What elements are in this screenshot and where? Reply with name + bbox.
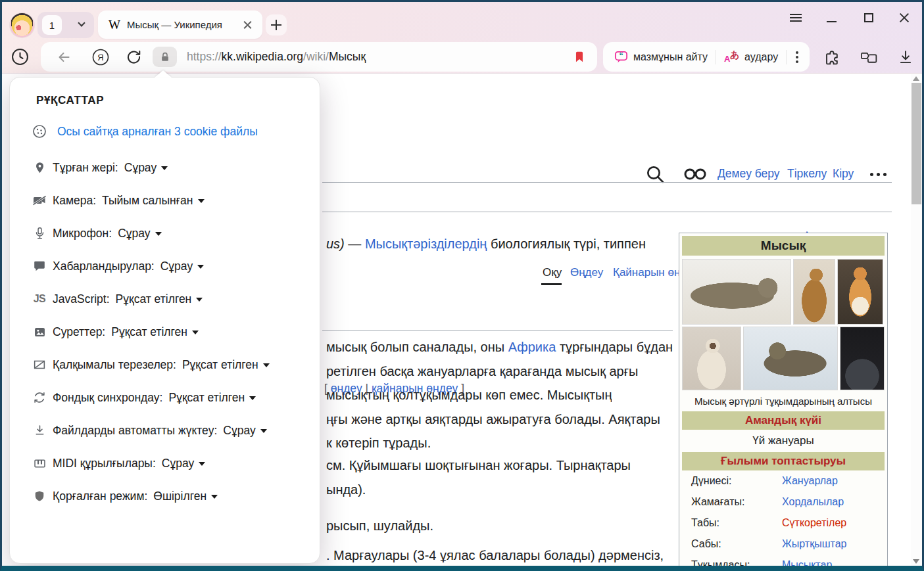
- extensions-button[interactable]: [822, 47, 842, 67]
- article-link[interactable]: Африка: [508, 340, 556, 354]
- taxonomy-value-link[interactable]: Жыртқыштар: [782, 538, 846, 550]
- page-actions-pill: “ мазмұнын айту A あ аудару: [603, 42, 810, 72]
- cookies-row: Осы сайтқа арналған 3 cookie файлы: [10, 115, 321, 148]
- cat-photo-siamese[interactable]: [682, 327, 741, 390]
- tab-title: Мысық — Уикипедия: [127, 19, 237, 30]
- permission-label: Файлдарды автоматты жүктеу:: [53, 424, 217, 438]
- cookies-link[interactable]: Осы сайтқа арналған 3 cookie файлы: [57, 125, 258, 139]
- taxonomy-value-redlink[interactable]: Сүткоретілер: [782, 517, 846, 529]
- taxonomy-row: Дүниесі:Жануарлар: [682, 470, 885, 491]
- reference-link[interactable]: [5]: [522, 564, 531, 571]
- site-permissions-panel: РҰҚСАТТАР Осы сайтқа арналған 3 cookie ф…: [9, 77, 320, 564]
- bookmark-button[interactable]: [572, 42, 587, 72]
- maximize-icon: [864, 13, 873, 22]
- classification-header: Ғылыми топтастыруы: [721, 455, 846, 467]
- url-text[interactable]: https://kk.wikipedia.org/wiki/Мысық: [187, 42, 366, 72]
- permission-value-dropdown[interactable]: Сұрау: [223, 424, 266, 438]
- refresh-icon: [125, 48, 143, 66]
- article-link[interactable]: Мысықтәрізділердің: [365, 237, 487, 251]
- more-options-icon[interactable]: [870, 173, 890, 177]
- new-tab-button[interactable]: [266, 14, 287, 35]
- taxonomy-label: Сабы:: [691, 538, 782, 550]
- article-paragraph: ретілген басқа жануарларға қарағанда мыс…: [326, 364, 638, 379]
- read-aloud-icon: “: [614, 49, 629, 64]
- permission-value-dropdown[interactable]: Рұқсат етілген: [182, 358, 270, 372]
- taxonomy-value-link[interactable]: Мысықтар: [782, 559, 832, 571]
- site-permissions-button[interactable]: [153, 47, 177, 67]
- translate-button[interactable]: A あ аудару: [724, 50, 778, 64]
- permission-value-dropdown[interactable]: Сұрау: [162, 457, 205, 470]
- scroll-down-arrow-icon[interactable]: [913, 559, 919, 564]
- permission-value-dropdown[interactable]: Рұқсат етілген: [168, 391, 256, 405]
- tab-read[interactable]: Оқу: [543, 266, 562, 279]
- cat-photo-abyssinian[interactable]: [793, 259, 835, 325]
- permission-label: MIDI құрылғылары:: [53, 457, 156, 470]
- permission-value-dropdown[interactable]: Өшірілген: [153, 490, 218, 503]
- article-paragraph: см. Құйымшағы шоқтығынан жоғары. Тырнақт…: [326, 458, 631, 473]
- scroll-up-arrow-icon[interactable]: [913, 76, 919, 81]
- taxonomy-row: Тұқымдасы:Мысықтар: [682, 555, 885, 571]
- permission-row-protected-mode: Қорғалған режим: Өшірілген: [10, 480, 321, 513]
- article-paragraph: us) — Мысықтәрізділердің биологиялық түр…: [326, 237, 646, 252]
- collage-caption: Мысық әртүрлі тұқымдарының алтысы: [682, 392, 885, 411]
- taxobox: Мысық Мысық әртүрлі тұқымдарының алтысы …: [679, 233, 888, 571]
- yandex-search-button[interactable]: Я: [91, 42, 110, 72]
- profile-avatar[interactable]: [10, 13, 34, 37]
- scrollbar-thumb[interactable]: [912, 83, 921, 204]
- permission-value-dropdown[interactable]: Сұрау: [124, 161, 168, 175]
- active-tab[interactable]: W Мысық — Уикипедия: [98, 11, 262, 39]
- permission-label: Суреттер:: [53, 325, 105, 339]
- close-icon: [899, 12, 910, 23]
- permission-value-dropdown[interactable]: Рұқсат етілген: [111, 325, 199, 339]
- address-bar[interactable]: Я https://kk.wikipedia.org/wiki/Мысық: [41, 42, 597, 72]
- back-arrow-icon: [55, 49, 72, 66]
- chevron-down-icon: [78, 19, 85, 26]
- microphone-icon: [31, 226, 48, 240]
- tabs-divider: [322, 212, 892, 212]
- notification-bubble-icon: [31, 259, 48, 273]
- downloads-button[interactable]: [896, 47, 915, 67]
- history-button[interactable]: [10, 47, 30, 67]
- dropdown-caret-icon: [155, 232, 162, 236]
- maximize-button[interactable]: [860, 9, 877, 26]
- article-paragraph: рысып, шулайды.: [326, 518, 433, 534]
- donate-link[interactable]: Демеу беру: [717, 167, 780, 181]
- permission-value-dropdown[interactable]: Рұқсат етілген: [116, 292, 203, 306]
- permission-row-notifications: Хабарландырулар: Сұрау: [10, 250, 321, 283]
- tab-edit[interactable]: Өңдеу: [570, 266, 603, 279]
- read-aloud-button[interactable]: “ мазмұнын айту: [614, 49, 708, 64]
- taxonomy-value-link[interactable]: Хордалылар: [782, 496, 844, 508]
- permission-value-dropdown[interactable]: Сұрау: [118, 227, 161, 240]
- divider: [716, 50, 716, 64]
- refresh-button[interactable]: [125, 42, 143, 72]
- register-link[interactable]: Тіркелу: [787, 167, 827, 181]
- close-window-button[interactable]: [896, 9, 913, 26]
- taxonomy-value-link[interactable]: Жануарлар: [782, 475, 838, 487]
- minimize-button[interactable]: [823, 9, 840, 26]
- status-header: Амандық күйі: [745, 414, 821, 426]
- browser-chrome: 1 W Мысық — Уикипедия: [0, 0, 924, 74]
- more-actions-icon[interactable]: [796, 51, 798, 63]
- cat-photo-gray[interactable]: [840, 327, 885, 390]
- window-menu-button[interactable]: [787, 9, 804, 26]
- collections-button[interactable]: [858, 47, 879, 67]
- permission-value-dropdown[interactable]: Сұрау: [160, 260, 204, 273]
- back-button[interactable]: [55, 42, 72, 72]
- section-heading-rule: [322, 330, 673, 331]
- close-tab-icon[interactable]: [241, 18, 255, 32]
- appearance-glasses-icon[interactable]: [681, 166, 709, 182]
- taxonomy-label: Тұқымдасы:: [691, 559, 782, 571]
- tab-group-button[interactable]: 1: [37, 12, 94, 38]
- cat-photo-tabby-snow[interactable]: [743, 327, 838, 390]
- cat-photo-orange-white[interactable]: [837, 259, 883, 325]
- taxonomy-row: Сабы:Жыртқыштар: [682, 534, 885, 555]
- permission-label: Микрофон:: [53, 227, 112, 240]
- panel-caret: [155, 70, 172, 78]
- page-scrollbar[interactable]: [911, 74, 922, 566]
- svg-text:“: “: [619, 51, 623, 60]
- article-paragraph: ында).: [326, 482, 366, 497]
- permission-value-dropdown[interactable]: Тыйым салынған: [102, 194, 204, 208]
- cat-photo-tabby-lying[interactable]: [682, 259, 791, 325]
- taxonomy-label: Дүниесі:: [691, 475, 782, 487]
- login-link[interactable]: Кіру: [833, 167, 854, 181]
